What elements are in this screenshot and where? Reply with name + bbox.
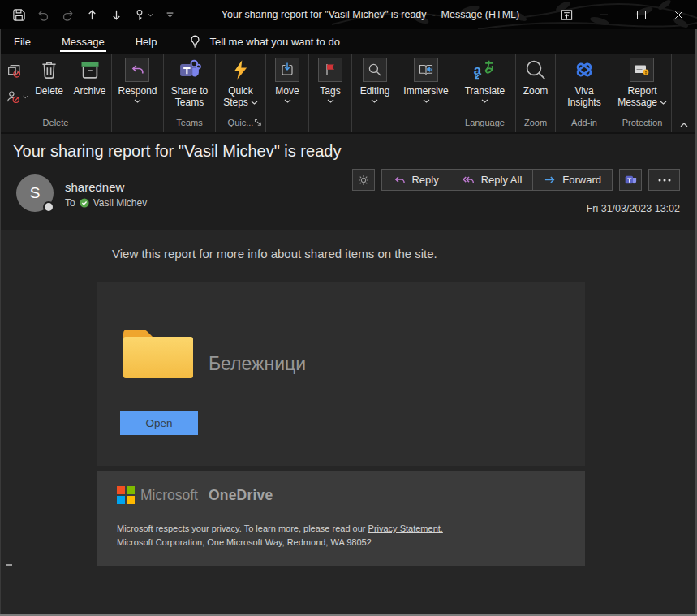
undo-icon[interactable] xyxy=(31,0,55,29)
tell-me-label: Tell me what you want to do xyxy=(209,36,339,48)
microsoft-logo-icon xyxy=(117,486,135,504)
ignore-icon xyxy=(6,63,22,79)
open-button[interactable]: Open xyxy=(120,411,198,435)
chevron-down-icon xyxy=(371,99,378,103)
chevron-down-icon xyxy=(660,101,667,105)
ribbon-group-quick-steps: Quick Steps Quic... xyxy=(216,54,266,132)
flag-icon xyxy=(318,58,342,82)
share-to-teams-button[interactable]: Share to Teams xyxy=(171,58,208,117)
ribbon-group-teams: Share to Teams Teams xyxy=(164,54,216,132)
reply-button-group: Reply Reply All Forward xyxy=(381,169,613,191)
tab-file[interactable]: File xyxy=(3,29,41,54)
chevron-down-icon xyxy=(327,99,334,103)
card-main-section: Бележници Open xyxy=(97,282,585,466)
immersive-reader-icon xyxy=(414,58,438,82)
viva-insights-icon xyxy=(572,58,596,82)
chevron-down-icon xyxy=(23,95,28,99)
tags-button[interactable]: Tags xyxy=(318,58,342,117)
card-footer-section: Microsoft OneDrive Microsoft respects yo… xyxy=(97,471,585,566)
ribbon-group-protection: Report Message Protection xyxy=(613,54,672,132)
report-message-button[interactable]: Report Message xyxy=(617,58,667,117)
previous-item-icon[interactable] xyxy=(80,0,104,29)
close-button[interactable] xyxy=(660,0,697,29)
tab-message[interactable]: Message xyxy=(51,29,115,54)
immersive-button[interactable]: Immersive xyxy=(403,58,448,117)
dialog-launcher-icon[interactable] xyxy=(254,118,262,127)
block-sender-button[interactable] xyxy=(6,89,28,105)
shared-folder-name: Бележници xyxy=(209,353,306,375)
text-cursor-artifact xyxy=(6,564,12,566)
popout-window-icon[interactable] xyxy=(548,0,585,29)
menu-bar: File Message Help Tell me what you want … xyxy=(0,29,697,54)
group-label-addin: Add-in xyxy=(556,117,613,132)
more-actions-button[interactable] xyxy=(648,169,680,191)
ribbon-group-move: Move xyxy=(266,54,309,132)
ribbon-end-spacer xyxy=(672,54,697,132)
chevron-down-icon xyxy=(134,99,141,103)
archive-button[interactable]: Archive xyxy=(69,58,111,117)
ribbon-group-editing: Editing xyxy=(352,54,398,132)
recipient-line: To Vasil Michev xyxy=(65,197,147,209)
chevron-down-icon xyxy=(251,101,258,105)
sun-icon xyxy=(357,174,370,187)
tell-me-search[interactable]: Tell me what you want to do xyxy=(188,34,339,49)
group-label-respond xyxy=(112,117,163,132)
message-date: Fri 31/03/2023 13:02 xyxy=(587,203,680,214)
forward-icon xyxy=(544,174,557,186)
reply-icon xyxy=(393,174,406,186)
lightning-icon xyxy=(229,58,253,82)
to-label: To xyxy=(65,197,75,209)
ribbon-group-immersive: Immersive xyxy=(398,54,454,132)
teams-icon xyxy=(624,173,638,187)
reply-button[interactable]: Reply xyxy=(381,169,450,191)
group-label-protection: Protection xyxy=(613,117,671,132)
redo-icon[interactable] xyxy=(55,0,80,29)
forward-button[interactable]: Forward xyxy=(533,169,613,191)
ribbon-group-language: a Translate Language xyxy=(454,54,516,132)
sender-avatar[interactable]: S xyxy=(16,174,54,212)
delete-button[interactable]: Delete xyxy=(30,58,69,117)
respond-reply-icon xyxy=(125,58,149,82)
editing-button[interactable]: Editing xyxy=(360,58,390,117)
maximize-button[interactable] xyxy=(622,0,660,29)
minimize-button[interactable] xyxy=(585,0,622,29)
share-to-teams-header-button[interactable] xyxy=(619,169,642,191)
move-button[interactable]: Move xyxy=(275,58,299,117)
quick-access-toolbar xyxy=(6,0,182,29)
ribbon-group-respond: Respond xyxy=(112,54,164,132)
reply-all-button[interactable]: Reply All xyxy=(450,169,534,191)
customize-quick-access-icon[interactable] xyxy=(157,0,182,29)
chevron-down-icon xyxy=(423,99,430,103)
recipient-name[interactable]: Vasil Michev xyxy=(93,197,147,209)
quick-steps-button[interactable]: Quick Steps xyxy=(223,58,258,117)
report-message-icon xyxy=(630,58,654,82)
zoom-button[interactable]: Zoom xyxy=(523,58,549,117)
trash-icon xyxy=(37,58,62,82)
next-item-icon[interactable] xyxy=(104,0,128,29)
collapse-ribbon-icon[interactable] xyxy=(678,121,690,129)
folder-icon xyxy=(123,328,193,378)
message-subject: Your sharing report for "Vasil Michev" i… xyxy=(13,142,341,161)
ignore-button[interactable] xyxy=(6,63,28,79)
presence-dot xyxy=(43,201,54,213)
respond-button[interactable]: Respond xyxy=(118,58,157,117)
ribbon-group-zoom: Zoom Zoom xyxy=(516,54,556,132)
message-body: View this report for more info about sha… xyxy=(0,230,697,614)
switch-background-button[interactable] xyxy=(352,169,375,191)
window-controls xyxy=(548,0,697,29)
privacy-statement-link[interactable]: Privacy Statement. xyxy=(368,523,443,533)
window-left-border xyxy=(0,29,1,614)
viva-insights-button[interactable]: Viva Insights xyxy=(567,58,600,117)
brand-row: Microsoft OneDrive xyxy=(117,486,273,504)
touch-mouse-mode-icon[interactable] xyxy=(128,0,157,29)
save-icon[interactable] xyxy=(6,0,31,29)
teams-icon xyxy=(178,58,202,82)
sender-name[interactable]: sharednew xyxy=(65,180,124,194)
chevron-down-icon xyxy=(284,99,291,103)
translate-button[interactable]: a Translate xyxy=(465,58,506,117)
tab-help[interactable]: Help xyxy=(125,29,168,54)
outlook-message-window: Your sharing report for "Vasil Michev" i… xyxy=(0,0,697,616)
header-actions: Reply Reply All Forward xyxy=(352,169,680,191)
ellipsis-icon xyxy=(658,179,671,182)
ribbon-group-addin: Viva Insights Add-in xyxy=(556,54,613,132)
